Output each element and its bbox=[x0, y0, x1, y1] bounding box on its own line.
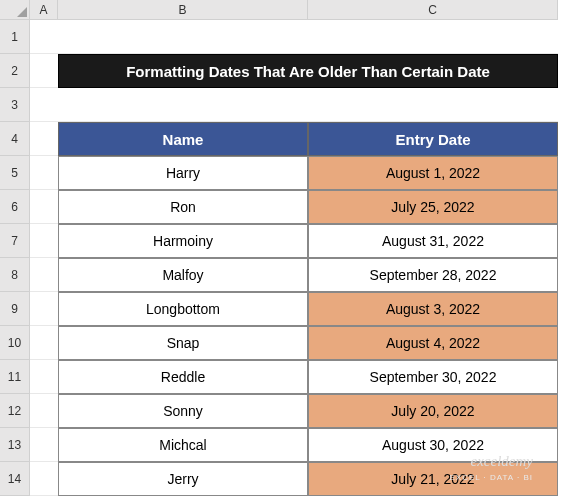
table-row[interactable]: August 31, 2022 bbox=[308, 224, 558, 258]
cell-a9[interactable] bbox=[30, 292, 58, 326]
col-header-b[interactable]: B bbox=[58, 0, 308, 20]
row-header-4[interactable]: 4 bbox=[0, 122, 30, 156]
table-header-name[interactable]: Name bbox=[58, 122, 308, 156]
table-row[interactable]: August 4, 2022 bbox=[308, 326, 558, 360]
table-row[interactable]: Reddle bbox=[58, 360, 308, 394]
col-header-a[interactable]: A bbox=[30, 0, 58, 20]
row-header-6[interactable]: 6 bbox=[0, 190, 30, 224]
cell-a8[interactable] bbox=[30, 258, 58, 292]
cell-a2[interactable] bbox=[30, 54, 58, 88]
cell-a1[interactable] bbox=[30, 20, 58, 54]
cell-c3[interactable] bbox=[308, 88, 558, 122]
table-row[interactable]: Harmoiny bbox=[58, 224, 308, 258]
table-row[interactable]: Sonny bbox=[58, 394, 308, 428]
table-row[interactable]: July 25, 2022 bbox=[308, 190, 558, 224]
cell-a4[interactable] bbox=[30, 122, 58, 156]
cell-c1[interactable] bbox=[308, 20, 558, 54]
cell-a13[interactable] bbox=[30, 428, 58, 462]
table-row[interactable]: Michcal bbox=[58, 428, 308, 462]
row-header-2[interactable]: 2 bbox=[0, 54, 30, 88]
table-row[interactable]: Ron bbox=[58, 190, 308, 224]
row-header-3[interactable]: 3 bbox=[0, 88, 30, 122]
cell-b1[interactable] bbox=[58, 20, 308, 54]
cell-a3[interactable] bbox=[30, 88, 58, 122]
table-row[interactable]: September 30, 2022 bbox=[308, 360, 558, 394]
table-header-date[interactable]: Entry Date bbox=[308, 122, 558, 156]
row-header-5[interactable]: 5 bbox=[0, 156, 30, 190]
row-header-11[interactable]: 11 bbox=[0, 360, 30, 394]
title-cell[interactable]: Formatting Dates That Are Older Than Cer… bbox=[58, 54, 558, 88]
row-header-1[interactable]: 1 bbox=[0, 20, 30, 54]
cell-a10[interactable] bbox=[30, 326, 58, 360]
row-header-7[interactable]: 7 bbox=[0, 224, 30, 258]
select-all-corner[interactable] bbox=[0, 0, 30, 20]
table-row[interactable]: August 3, 2022 bbox=[308, 292, 558, 326]
row-header-13[interactable]: 13 bbox=[0, 428, 30, 462]
table-row[interactable]: Jerry bbox=[58, 462, 308, 496]
cell-a7[interactable] bbox=[30, 224, 58, 258]
table-row[interactable]: Snap bbox=[58, 326, 308, 360]
spreadsheet-grid: A B C 1 2 Formatting Dates That Are Olde… bbox=[0, 0, 581, 496]
cell-a11[interactable] bbox=[30, 360, 58, 394]
row-header-10[interactable]: 10 bbox=[0, 326, 30, 360]
row-header-9[interactable]: 9 bbox=[0, 292, 30, 326]
table-row[interactable]: Harry bbox=[58, 156, 308, 190]
cell-a5[interactable] bbox=[30, 156, 58, 190]
cell-b3[interactable] bbox=[58, 88, 308, 122]
table-row[interactable]: August 1, 2022 bbox=[308, 156, 558, 190]
cell-a6[interactable] bbox=[30, 190, 58, 224]
row-header-8[interactable]: 8 bbox=[0, 258, 30, 292]
row-header-14[interactable]: 14 bbox=[0, 462, 30, 496]
cell-a14[interactable] bbox=[30, 462, 58, 496]
table-row[interactable]: Longbottom bbox=[58, 292, 308, 326]
table-row[interactable]: September 28, 2022 bbox=[308, 258, 558, 292]
table-row[interactable]: July 21, 2022 bbox=[308, 462, 558, 496]
cell-a12[interactable] bbox=[30, 394, 58, 428]
table-row[interactable]: Malfoy bbox=[58, 258, 308, 292]
table-row[interactable]: August 30, 2022 bbox=[308, 428, 558, 462]
col-header-c[interactable]: C bbox=[308, 0, 558, 20]
table-row[interactable]: July 20, 2022 bbox=[308, 394, 558, 428]
row-header-12[interactable]: 12 bbox=[0, 394, 30, 428]
